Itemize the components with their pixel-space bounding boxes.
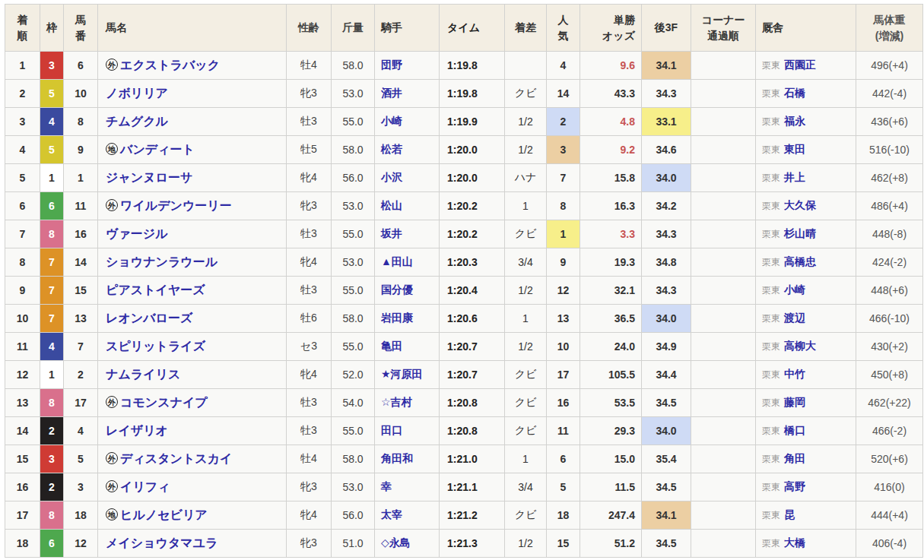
jockey-link[interactable]: 角田和 — [381, 452, 413, 464]
jockey-link[interactable]: 松若 — [381, 143, 402, 155]
jockey-link[interactable]: 小沢 — [381, 171, 402, 183]
stable-cell: 栗東大橋 — [756, 530, 856, 558]
stable-link[interactable]: 杉山晴 — [784, 227, 816, 239]
stable-cell: 栗東高柳大 — [756, 333, 856, 361]
stable-region: 栗東 — [762, 257, 780, 267]
carried-weight: 55.0 — [332, 108, 375, 136]
stable-link[interactable]: 渡辺 — [784, 312, 805, 324]
jockey-link[interactable]: 岩田康 — [381, 312, 413, 324]
horse-number: 17 — [64, 389, 98, 417]
stable-link[interactable]: 大久保 — [784, 199, 816, 211]
corner-order — [691, 530, 756, 558]
horse-name-link[interactable]: エクストラバック — [120, 59, 220, 71]
table-row: 136外エクストラバック牡458.0団野1:19.849.634.1栗東西園正4… — [5, 52, 923, 80]
jockey-link[interactable]: 幸 — [381, 480, 392, 492]
horse-name-link[interactable]: チムグクル — [106, 115, 168, 128]
horse-weight: 424(-2) — [856, 248, 923, 277]
jockey-link[interactable]: ★河原田 — [381, 368, 423, 380]
horse-name-link[interactable]: ジャンヌローサ — [106, 171, 192, 184]
stable-link[interactable]: 大橋 — [784, 536, 805, 549]
stable-link[interactable]: 昆 — [784, 508, 795, 520]
corner-order — [691, 361, 756, 389]
horse-name-link[interactable]: ピアストイヤーズ — [106, 283, 205, 296]
horse-number: 14 — [64, 248, 98, 277]
jockey-cell: 幸 — [375, 473, 440, 501]
margin: 1 — [505, 445, 547, 473]
stable-link[interactable]: 角田 — [784, 452, 805, 464]
stable-link[interactable]: 小崎 — [784, 283, 805, 296]
horse-number: 10 — [64, 80, 98, 108]
horse-name-link[interactable]: バンディート — [120, 143, 195, 156]
header-row: 着 順枠馬 番馬名性齢斤量騎手タイム着差人 気単勝 オッズ後3Fコーナー 通過順… — [5, 5, 923, 52]
stable-link[interactable]: 橋口 — [784, 424, 805, 436]
horse-name-link[interactable]: ショウナンラウール — [106, 255, 218, 268]
corner-order — [691, 192, 756, 220]
jockey-link[interactable]: 坂井 — [381, 227, 402, 239]
stable-link[interactable]: 中竹 — [784, 368, 805, 380]
jockey-link[interactable]: ☆吉村 — [381, 396, 412, 408]
jockey-link[interactable]: 団野 — [381, 59, 402, 71]
col-header-num: 馬 番 — [64, 5, 98, 52]
stable-link[interactable]: 福永 — [784, 115, 805, 127]
stable-link[interactable]: 高野 — [784, 480, 805, 492]
win-odds: 3.3 — [580, 220, 642, 248]
breed-mark-icon: 外 — [106, 199, 118, 211]
stable-link[interactable]: 西園正 — [784, 59, 816, 71]
jockey-link[interactable]: 亀田 — [381, 340, 402, 352]
jockey-link[interactable]: ▲田山 — [381, 255, 413, 267]
stable-region: 栗東 — [762, 426, 780, 436]
col-header-last3f: 後3F — [642, 5, 691, 52]
carried-weight: 58.0 — [332, 52, 375, 80]
horse-name-link[interactable]: ヴァージル — [106, 227, 168, 240]
table-row: 17818地ヒルノセビリア牝456.0太宰1:21.2クビ18247.434.1… — [5, 501, 923, 530]
frame-number: 3 — [40, 52, 64, 80]
horse-name-link[interactable]: レイザリオ — [106, 424, 168, 437]
horse-name-link[interactable]: メイショウタマユラ — [106, 536, 218, 549]
sex-age: 牝4 — [287, 501, 332, 530]
stable-region: 栗東 — [762, 510, 780, 520]
finish-time: 1:19.8 — [440, 52, 505, 80]
horse-name-link[interactable]: ワイルデンウーリー — [120, 199, 232, 212]
col-header-name: 馬名 — [98, 5, 287, 52]
sex-age: 牡5 — [287, 136, 332, 164]
horse-name-link[interactable]: ナムライリス — [106, 368, 180, 381]
horse-weight: 430(+2) — [856, 333, 923, 361]
horse-name-link[interactable]: ディスタントスカイ — [120, 452, 232, 465]
stable-link[interactable]: 高橋忠 — [784, 255, 816, 267]
stable-link[interactable]: 井上 — [784, 171, 805, 183]
jockey-link[interactable]: 松山 — [381, 199, 402, 211]
stable-link[interactable]: 高柳大 — [784, 340, 816, 352]
horse-name-link[interactable]: ノボリリア — [106, 87, 168, 100]
sex-age: 牝3 — [287, 473, 332, 501]
last-3f-time: 33.1 — [642, 108, 691, 136]
col-header-stable: 厩舎 — [756, 5, 856, 52]
jockey-link[interactable]: ◇永島 — [381, 536, 411, 549]
horse-name-link[interactable]: スピリットライズ — [106, 340, 205, 353]
horse-name-link[interactable]: コモンスナイプ — [120, 396, 208, 409]
frame-number: 1 — [40, 164, 64, 192]
stable-link[interactable]: 藤岡 — [784, 396, 805, 408]
finish-time: 1:21.0 — [440, 445, 505, 473]
jockey-link[interactable]: 太宰 — [381, 508, 402, 520]
jockey-link[interactable]: 小崎 — [381, 115, 402, 127]
stable-link[interactable]: 石橋 — [784, 87, 805, 99]
horse-name-link[interactable]: レオンバローズ — [106, 312, 192, 324]
frame-number: 3 — [40, 445, 64, 473]
last-3f-time: 34.8 — [642, 248, 691, 277]
corner-order — [691, 108, 756, 136]
jockey-link[interactable]: 国分優 — [381, 283, 413, 296]
margin: クビ — [505, 361, 547, 389]
stable-region: 栗東 — [762, 60, 780, 71]
jockey-link[interactable]: 田口 — [381, 424, 402, 436]
last-3f-time: 35.4 — [642, 445, 691, 473]
corner-order — [691, 248, 756, 277]
corner-order — [691, 473, 756, 501]
jockey-cell: ◇永島 — [375, 530, 440, 558]
stable-link[interactable]: 東田 — [784, 143, 805, 155]
horse-name-link[interactable]: イリフィ — [120, 480, 170, 493]
finish-position: 3 — [5, 108, 40, 136]
horse-name-link[interactable]: ヒルノセビリア — [120, 508, 208, 521]
stable-region: 栗東 — [762, 482, 780, 492]
col-header-margin: 着差 — [505, 5, 547, 52]
jockey-link[interactable]: 酒井 — [381, 87, 402, 99]
